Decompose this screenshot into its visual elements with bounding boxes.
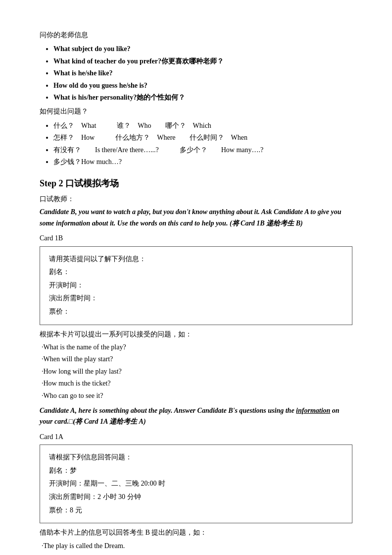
list-item: How old do you guess he/she is?	[53, 80, 352, 91]
card-b-line-4: 票价：	[49, 305, 343, 319]
card-a-line-2: 开演时间：星期一、二、三晚 20:00 时	[49, 477, 343, 491]
step2-heading: Step 2 口试模拟考场	[40, 176, 352, 191]
list-item: What kind of teacher do you prefer?你更喜欢哪…	[53, 56, 352, 67]
list-item: What is his/her personality?她的个性如何？	[53, 92, 352, 103]
question-words-list: 什么？ What 谁？ Who 哪个？ Which 怎样？ How 什么地方？ …	[40, 120, 352, 168]
how-to-ask-heading: 如何提出问题？	[40, 106, 352, 117]
card-a-box: 请根据下列信息回答问题： 剧名：梦 开演时间：星期一、二、三晚 20:00 时 …	[40, 444, 352, 523]
card-a-line-3: 演出所需时间：2 小时 30 分钟	[49, 491, 343, 504]
example-q-1: ·When will the play start?	[42, 354, 352, 365]
card-b-line-1: 剧名：	[49, 266, 343, 279]
teacher-label: 口试教师：	[40, 194, 352, 205]
example-q-2: ·How long will the play last?	[42, 366, 352, 377]
list-item: 有没有？ Is there/Are there…...? 多少个？ How ma…	[53, 145, 352, 156]
card-a-line-0: 请根据下列信息回答问题：	[49, 451, 343, 464]
instruction-b: Candidate B, you want to watch a play, b…	[40, 207, 352, 229]
list-item: 多少钱？How much…?	[53, 157, 352, 167]
card-b-line-2: 开演时间：	[49, 279, 343, 292]
list-item: What subject do you like?	[53, 44, 352, 55]
example-q-4: ·Who can go to see it?	[42, 390, 352, 401]
example-q-3: ·How much is the ticket?	[42, 378, 352, 389]
list-item: What is he/she like?	[53, 68, 352, 79]
step2-heading-text: Step 2 口试模拟考场	[40, 178, 119, 188]
example-q-0: ·What is the name of the play?	[42, 342, 352, 353]
intro-heading: 问你的老师信息	[40, 30, 352, 41]
example-aq-1: ·It will start at 20:00 on Monday, Tuesd…	[42, 553, 352, 555]
examples-intro: 根据本卡片可以提出一系列可以接受的问题，如：	[40, 329, 352, 340]
card-a-line-4: 票价：8 元	[49, 504, 343, 517]
examples-a-intro: 借助本卡片上的信息可以回答考生 B 提出的问题，如：	[40, 527, 352, 538]
card-b-line-3: 演出所需时间：	[49, 292, 343, 305]
intro-bullet-list: What subject do you like? What kind of t…	[40, 44, 352, 103]
example-questions-list: ·What is the name of the play? ·When wil…	[40, 342, 352, 401]
list-item: 怎样？ How 什么地方？ Where 什么时间？ When	[53, 132, 352, 143]
instruction-a: Candidate A, here is something about the…	[40, 405, 352, 428]
example-a-questions-list: ·The play is called the Dream. ·It will …	[40, 541, 352, 555]
list-item: 什么？ What 谁？ Who 哪个？ Which	[53, 120, 352, 131]
card-a-line-1: 剧名：梦	[49, 464, 343, 478]
example-aq-0: ·The play is called the Dream.	[42, 541, 352, 552]
card-b-box: 请用英语提问以了解下列信息： 剧名： 开演时间： 演出所需时间： 票价：	[40, 246, 352, 325]
card-b-label: Card 1B	[40, 233, 352, 244]
card-b-line-0: 请用英语提问以了解下列信息：	[49, 253, 343, 266]
card-a-label: Card 1A	[40, 432, 352, 443]
